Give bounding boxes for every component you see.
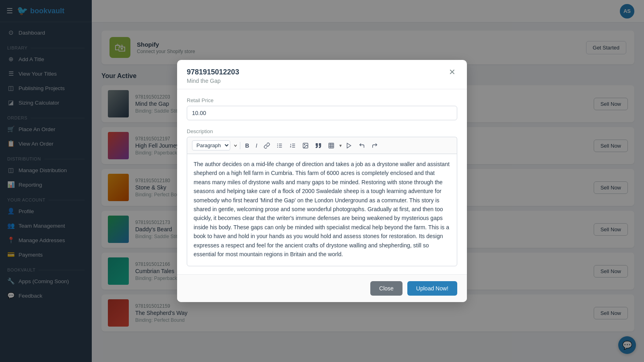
embed-button[interactable] [343,141,355,150]
retail-price-label: Retail Price [187,97,457,103]
editor-toolbar: Paragraph B I [187,137,457,154]
svg-rect-11 [329,143,334,148]
retail-price-input[interactable] [187,106,457,120]
quote-icon [315,142,322,149]
bullet-list-button[interactable] [274,141,285,150]
numbered-list-button[interactable] [287,141,298,150]
link-icon [264,142,270,149]
modal-dialog: 9781915012203 Mind the Gap ✕ Retail Pric… [177,60,467,302]
quote-button[interactable] [313,141,324,150]
description-label: Description [187,128,457,134]
svg-point-3 [277,144,278,144]
svg-marker-16 [347,143,351,148]
svg-point-4 [277,145,278,146]
dropdown-chevron-icon [233,144,237,148]
upload-now-button[interactable]: Upload Now! [407,281,457,296]
undo-icon [359,142,365,149]
link-button[interactable] [261,141,272,150]
undo-button[interactable] [356,141,367,150]
svg-point-10 [304,144,305,145]
svg-point-5 [277,147,278,148]
numbered-list-icon [289,142,296,149]
modal-footer: Close Upload Now! [177,274,467,302]
redo-icon [372,142,378,149]
modal-header-info: 9781915012203 Mind the Gap [187,68,239,84]
italic-button[interactable]: I [253,141,260,150]
modal-overlay[interactable]: 9781915012203 Mind the Gap ✕ Retail Pric… [0,0,644,362]
modal-body: Retail Price Description Paragraph B I [177,89,467,274]
modal-close-button[interactable]: ✕ [447,68,457,76]
table-button[interactable] [326,141,337,150]
modal-title-name: Mind the Gap [187,78,239,84]
paragraph-select[interactable]: Paragraph [192,140,230,150]
modal-header: 9781915012203 Mind the Gap ✕ [177,60,467,89]
embed-icon [346,142,352,149]
image-button[interactable] [300,141,311,150]
table-icon [328,142,334,149]
toolbar-divider [240,142,240,149]
modal-isbn: 9781915012203 [187,68,239,76]
bold-button[interactable]: B [243,141,252,150]
image-icon [302,142,309,149]
table-dropdown-chevron-icon: ▾ [339,143,342,148]
bullet-list-icon [277,142,283,149]
close-button[interactable]: Close [370,281,402,296]
redo-button[interactable] [369,141,380,150]
description-editor[interactable]: The author decides on a mid-life change … [187,154,457,266]
